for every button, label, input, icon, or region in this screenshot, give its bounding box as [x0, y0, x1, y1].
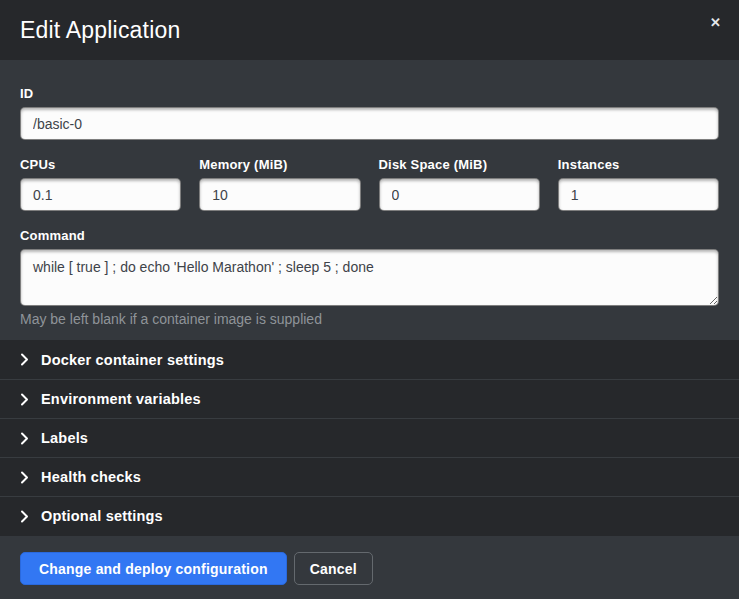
- instances-input[interactable]: [558, 178, 719, 211]
- collapsible-sections: Docker container settings Environment va…: [0, 340, 739, 536]
- section-environment-variables[interactable]: Environment variables: [0, 379, 739, 418]
- disk-input[interactable]: [379, 178, 540, 211]
- edit-application-modal: Edit Application ✕ ID CPUs Memory (MiB) …: [0, 0, 739, 599]
- page-title: Edit Application: [20, 17, 180, 44]
- section-label: Labels: [41, 430, 88, 446]
- chevron-right-icon: [20, 510, 29, 523]
- modal-footer: Change and deploy configuration Cancel: [0, 536, 739, 599]
- memory-field-group: Memory (MiB): [199, 157, 360, 211]
- cancel-button[interactable]: Cancel: [294, 552, 373, 585]
- modal-header: Edit Application ✕: [0, 0, 739, 60]
- cpus-field-group: CPUs: [20, 157, 181, 211]
- memory-input[interactable]: [199, 178, 360, 211]
- section-health-checks[interactable]: Health checks: [0, 457, 739, 496]
- cpus-label: CPUs: [20, 157, 181, 172]
- memory-label: Memory (MiB): [199, 157, 360, 172]
- section-label: Environment variables: [41, 391, 201, 407]
- close-button[interactable]: ✕: [704, 12, 727, 33]
- id-label: ID: [20, 86, 719, 101]
- section-label: Docker container settings: [41, 352, 224, 368]
- command-help-text: May be left blank if a container image i…: [20, 311, 719, 340]
- command-textarea[interactable]: while [ true ] ; do echo 'Hello Marathon…: [20, 249, 719, 306]
- command-field-group: Command while [ true ] ; do echo 'Hello …: [20, 228, 719, 340]
- chevron-right-icon: [20, 432, 29, 445]
- section-label: Optional settings: [41, 508, 163, 524]
- chevron-right-icon: [20, 471, 29, 484]
- section-labels[interactable]: Labels: [0, 418, 739, 457]
- disk-label: Disk Space (MiB): [379, 157, 540, 172]
- id-field-group: ID: [20, 86, 719, 140]
- close-icon: ✕: [710, 15, 721, 30]
- instances-label: Instances: [558, 157, 719, 172]
- disk-field-group: Disk Space (MiB): [379, 157, 540, 211]
- resources-row: CPUs Memory (MiB) Disk Space (MiB) Insta…: [20, 157, 719, 211]
- chevron-right-icon: [20, 353, 29, 366]
- section-docker-container-settings[interactable]: Docker container settings: [0, 340, 739, 379]
- cpus-input[interactable]: [20, 178, 181, 211]
- section-label: Health checks: [41, 469, 141, 485]
- application-form: ID CPUs Memory (MiB) Disk Space (MiB) In…: [0, 60, 739, 340]
- change-and-deploy-button[interactable]: Change and deploy configuration: [20, 552, 287, 585]
- instances-field-group: Instances: [558, 157, 719, 211]
- section-optional-settings[interactable]: Optional settings: [0, 496, 739, 535]
- chevron-right-icon: [20, 393, 29, 406]
- command-label: Command: [20, 228, 719, 243]
- id-input[interactable]: [20, 107, 719, 140]
